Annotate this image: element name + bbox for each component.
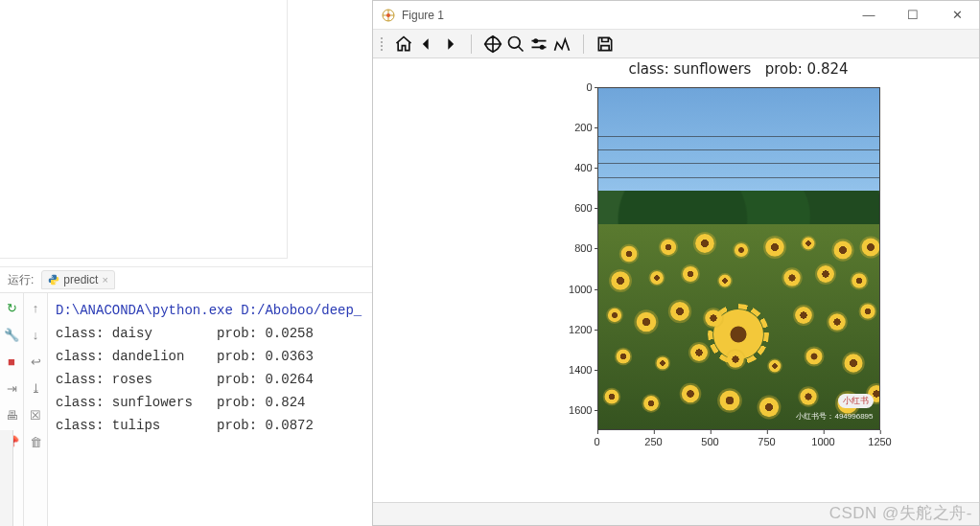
soft-wrap-icon[interactable]: ↩ — [27, 353, 44, 370]
svg-point-6 — [541, 45, 544, 48]
layout-icon[interactable]: ⇥ — [3, 379, 20, 397]
window-title: Figure 1 — [402, 9, 444, 22]
rerun-icon[interactable]: ↻ — [3, 299, 20, 316]
subplots-icon[interactable] — [527, 33, 550, 56]
mpl-statusbar — [373, 502, 979, 525]
figure-window: Figure 1 ― ☐ ✕ class: sunflowers prob: 0… — [372, 0, 980, 526]
close-icon[interactable]: × — [102, 274, 107, 286]
home-icon[interactable] — [392, 33, 415, 56]
mpl-toolbar — [373, 30, 979, 58]
editor-area — [0, 0, 373, 267]
run-label: 运行: — [8, 272, 34, 288]
pan-icon[interactable] — [481, 33, 504, 56]
plot-canvas[interactable]: class: sunflowers prob: 0.824 0200400600… — [373, 58, 979, 502]
zoom-icon[interactable] — [504, 33, 527, 56]
ide-panel: 运行: predict × ↻ 🔧 ■ ⇥ 🖶 📌 ↑ ↓ ↩ ⤓ ☒ 🗑 D:… — [0, 0, 374, 526]
svg-point-3 — [386, 13, 390, 17]
svg-point-0 — [52, 276, 53, 277]
scroll-end-icon[interactable]: ⤓ — [27, 379, 44, 397]
axes: 小红书 小红书号：494996895 — [597, 87, 880, 430]
plot-title: class: sunflowers prob: 0.824 — [597, 60, 880, 78]
titlebar[interactable]: Figure 1 ― ☐ ✕ — [373, 1, 979, 30]
svg-point-5 — [534, 39, 537, 42]
edit-icon[interactable] — [550, 33, 573, 56]
run-gutter-right: ↑ ↓ ↩ ⤓ ☒ 🗑 — [24, 293, 48, 526]
python-icon — [48, 274, 59, 286]
run-tab-predict[interactable]: predict × — [41, 270, 114, 289]
y-axis-ticks: 02004006008001000120014001600 — [516, 87, 593, 430]
console-output[interactable]: D:\ANACONDA\python.exe D:/Aboboo/deep_ c… — [48, 293, 373, 526]
wrench-icon[interactable]: 🔧 — [3, 326, 20, 343]
imshow-content: 小红书 小红书号：494996895 — [598, 88, 879, 429]
clear-icon[interactable]: ☒ — [27, 406, 44, 423]
run-tabbar: 运行: predict × — [0, 267, 373, 293]
run-tab-label: predict — [63, 273, 98, 286]
print-icon[interactable]: 🖶 — [3, 406, 20, 423]
close-button[interactable]: ✕ — [935, 1, 979, 30]
stop-icon[interactable]: ■ — [3, 353, 20, 370]
up-arrow-icon[interactable]: ↑ — [27, 299, 44, 316]
image-watermark: 小红书号：494996895 — [796, 411, 873, 422]
image-badge: 小红书 — [838, 394, 874, 408]
minimize-button[interactable]: ― — [847, 1, 891, 30]
svg-point-1 — [55, 283, 56, 284]
back-icon[interactable] — [415, 33, 438, 56]
down-arrow-icon[interactable]: ↓ — [27, 326, 44, 343]
trash-icon[interactable]: 🗑 — [27, 433, 44, 450]
side-tab-strip[interactable] — [0, 430, 13, 526]
forward-icon[interactable] — [438, 33, 461, 56]
app-icon — [381, 8, 396, 23]
run-tool-window: ↻ 🔧 ■ ⇥ 🖶 📌 ↑ ↓ ↩ ⤓ ☒ 🗑 D:\ANACONDA\pyth… — [0, 293, 373, 526]
maximize-button[interactable]: ☐ — [891, 1, 935, 30]
svg-point-4 — [509, 36, 521, 48]
save-icon[interactable] — [594, 33, 617, 56]
toolbar-handle[interactable] — [379, 37, 385, 51]
